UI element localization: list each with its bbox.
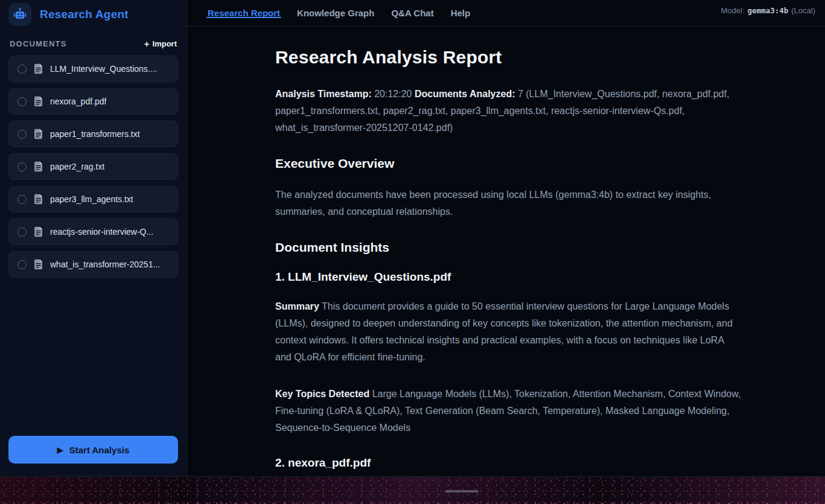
document-radio[interactable] — [18, 195, 27, 204]
sidebar-spacer — [0, 278, 186, 436]
app-title: Research Agent — [40, 8, 129, 21]
app-brand: Research Agent — [0, 0, 186, 34]
document-name: paper1_transformers.txt — [50, 129, 140, 139]
file-icon — [34, 63, 43, 74]
report-h2: Document Insights — [275, 240, 741, 255]
report-p: Key Topics Detected Large Language Model… — [275, 386, 741, 436]
document-radio[interactable] — [18, 130, 27, 139]
document-name: LLM_Interview_Questions.... — [50, 64, 157, 74]
document-radio[interactable] — [18, 162, 27, 171]
plus-icon: + — [144, 39, 150, 48]
document-list: LLM_Interview_Questions....nexora_pdf.pd… — [0, 56, 186, 278]
model-suffix: (Local) — [791, 6, 815, 15]
start-analysis-button[interactable]: ▶ Start Analysis — [8, 436, 178, 464]
document-radio[interactable] — [18, 228, 27, 237]
report-p: The analyzed documents have been process… — [275, 187, 741, 220]
document-item-1[interactable]: nexora_pdf.pdf — [8, 88, 178, 115]
model-info: Model: gemma3:4b (Local) — [721, 0, 815, 21]
document-name: paper3_llm_agents.txt — [50, 194, 133, 204]
file-icon — [34, 161, 43, 172]
document-item-2[interactable]: paper1_transformers.txt — [8, 121, 178, 147]
tab-help[interactable]: Help — [450, 0, 472, 26]
tab-q-a-chat[interactable]: Q&A Chat — [390, 0, 435, 26]
document-name: what_is_transformer-20251... — [50, 260, 160, 269]
document-radio[interactable] — [18, 260, 27, 269]
tab-bar: Research ReportKnowledge GraphQ&A ChatHe… — [187, 0, 825, 27]
file-icon — [34, 194, 43, 205]
import-button[interactable]: + Import — [144, 39, 177, 48]
sidebar: Research Agent DOCUMENTS + Import LLM_In… — [0, 0, 187, 476]
report-h3: 2. nexora_pdf.pdf — [275, 456, 741, 470]
file-icon — [34, 226, 43, 237]
document-item-4[interactable]: paper3_llm_agents.txt — [8, 186, 178, 212]
model-label: Model: — [721, 6, 744, 15]
document-item-0[interactable]: LLM_Interview_Questions.... — [8, 56, 178, 82]
tab-research-report[interactable]: Research Report — [206, 0, 281, 26]
file-icon — [34, 259, 43, 270]
documents-header: DOCUMENTS + Import — [0, 34, 186, 56]
documents-label: DOCUMENTS — [10, 39, 67, 48]
report-h1: Research Analysis Report — [275, 47, 741, 68]
document-name: nexora_pdf.pdf — [50, 97, 106, 106]
model-name: gemma3:4b — [748, 6, 789, 15]
robot-icon — [8, 3, 31, 26]
start-analysis-label: Start Analysis — [69, 445, 130, 455]
app-window: Research Agent DOCUMENTS + Import LLM_In… — [0, 0, 825, 477]
play-icon: ▶ — [57, 446, 63, 454]
file-icon — [34, 129, 43, 139]
document-item-5[interactable]: reactjs-senior-interview-Q... — [8, 219, 178, 245]
report-scroll-area[interactable]: Research Analysis ReportAnalysis Timesta… — [187, 27, 825, 476]
document-item-6[interactable]: what_is_transformer-20251... — [8, 251, 178, 278]
report-h2: Executive Overview — [275, 156, 741, 171]
report-h3: 1. LLM_Interview_Questions.pdf — [275, 270, 741, 284]
tab-knowledge-graph[interactable]: Knowledge Graph — [296, 0, 375, 26]
research-report: Research Analysis ReportAnalysis Timesta… — [275, 47, 741, 476]
main-area: Research ReportKnowledge GraphQ&A ChatHe… — [187, 0, 825, 476]
desktop-dock-hint — [445, 490, 479, 493]
document-radio[interactable] — [18, 65, 27, 74]
document-name: reactjs-senior-interview-Q... — [50, 227, 153, 237]
report-p: Summary This document provides a guide t… — [275, 298, 741, 366]
document-name: paper2_rag.txt — [50, 162, 104, 171]
file-icon — [34, 96, 43, 107]
import-button-label: Import — [153, 39, 177, 48]
document-item-3[interactable]: paper2_rag.txt — [8, 153, 178, 180]
report-p: Analysis Timestamp: 20:12:20 Documents A… — [275, 86, 741, 136]
document-radio[interactable] — [18, 97, 27, 106]
